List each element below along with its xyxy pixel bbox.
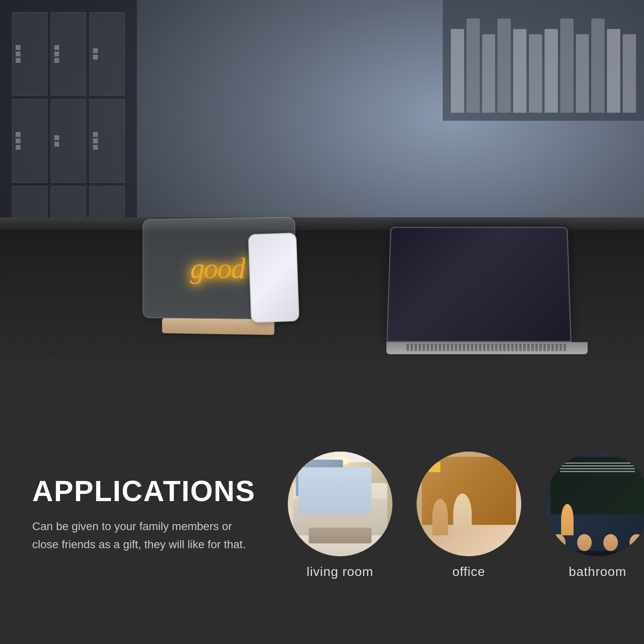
bottom-section: APPLICATIONS Can be given to your family… xyxy=(0,386,644,644)
student-1 xyxy=(551,534,566,551)
circle-living-room xyxy=(288,452,392,556)
applications-title: APPLICATIONS xyxy=(32,477,256,506)
chalk-line-1 xyxy=(560,462,635,464)
circle-item-living-room: living room xyxy=(288,452,392,579)
neon-text: good xyxy=(190,252,245,285)
chalk-line-2 xyxy=(560,465,635,466)
wave-divider xyxy=(0,339,644,386)
text-content: APPLICATIONS Can be given to your family… xyxy=(32,477,256,554)
chalk-line-4 xyxy=(560,471,635,472)
circle-item-office: office xyxy=(417,452,521,579)
lr-table xyxy=(309,528,372,543)
student-3 xyxy=(603,534,618,551)
circles-container: living room office xyxy=(288,452,644,579)
living-room-photo xyxy=(288,452,392,556)
students-row xyxy=(545,530,644,551)
circle-office xyxy=(417,452,521,556)
classroom-photo xyxy=(545,452,644,556)
chalk-text xyxy=(560,462,635,485)
office-label: office xyxy=(452,564,485,579)
office-person2 xyxy=(453,493,472,535)
binders-shelf xyxy=(443,0,644,121)
top-photo-section: good xyxy=(0,0,644,386)
laptop xyxy=(386,221,588,354)
student-2 xyxy=(577,534,592,551)
office-person1 xyxy=(432,499,448,535)
circle-item-bathroom: bathroom xyxy=(545,452,644,579)
office-photo xyxy=(417,452,521,556)
office-sticky-note xyxy=(429,462,440,472)
phone-on-desk xyxy=(248,233,299,323)
laptop-screen xyxy=(386,227,572,342)
student-4 xyxy=(630,534,644,551)
living-room-label: living room xyxy=(307,564,374,579)
bathroom-label: bathroom xyxy=(569,564,626,579)
applications-description: Can be given to your family members or c… xyxy=(32,518,256,554)
lr-art xyxy=(296,460,343,496)
chalk-line-3 xyxy=(560,468,635,469)
circle-classroom xyxy=(545,452,644,556)
